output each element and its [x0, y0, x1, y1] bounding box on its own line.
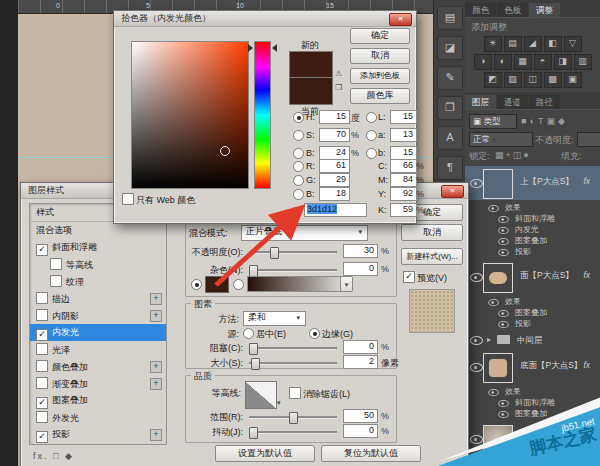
size-field[interactable]: 2 [343, 355, 378, 369]
hue-pointer-left-icon[interactable] [248, 44, 253, 52]
lab-b-radio[interactable] [366, 148, 377, 159]
layer-thumbnail[interactable] [483, 169, 513, 199]
l-field[interactable]: 15 [390, 110, 417, 124]
hue-slider[interactable] [254, 41, 271, 189]
ok-button[interactable]: 确定 [350, 28, 410, 44]
tab-layers[interactable]: 图层 [465, 95, 496, 109]
properties-panel-icon[interactable]: ◪ [437, 36, 463, 60]
effect-row[interactable]: 斜面和浮雕 [465, 213, 600, 224]
slider-handle[interactable] [251, 358, 260, 370]
antialias-checkbox[interactable] [289, 387, 301, 399]
layer-thumbnail[interactable] [483, 353, 513, 383]
adjustment-icon-brightness-contrast[interactable]: ☀ [484, 36, 502, 52]
effect-row[interactable]: 投影 [465, 246, 600, 257]
chevron-down-icon[interactable]: ▾ [277, 399, 281, 407]
s-field[interactable]: 70 [319, 128, 350, 142]
b2-field[interactable]: 18 [319, 187, 350, 201]
tab-color[interactable]: 颜色 [465, 3, 496, 17]
source-edge-radio[interactable] [309, 328, 320, 339]
style-item-inner-shadow[interactable]: 内阴影+ [30, 307, 166, 324]
g-field[interactable]: 29 [319, 173, 350, 187]
size-slider[interactable] [249, 362, 337, 365]
style-item-contour[interactable]: 等高线 [30, 256, 166, 273]
visibility-eye-icon[interactable] [488, 299, 498, 306]
layer-row-face[interactable]: 面【P大点S】 fx [465, 260, 600, 294]
effects-header-row[interactable]: 效果 [465, 202, 600, 213]
web-color-cube-icon[interactable]: ❒ [335, 83, 342, 92]
source-center-radio[interactable] [243, 328, 254, 339]
checkbox[interactable] [50, 275, 62, 287]
layer-blend-mode-dropdown[interactable]: 正常 ▾ [469, 132, 533, 147]
visibility-eye-icon[interactable] [470, 435, 483, 444]
layer-thumbnail[interactable] [483, 263, 513, 293]
checkbox[interactable] [36, 309, 48, 321]
visibility-eye-icon[interactable] [498, 249, 508, 256]
set-default-button[interactable]: 设置为默认值 [215, 445, 315, 462]
effects-header-row[interactable]: 效果 [465, 296, 600, 307]
color-radio[interactable] [191, 279, 202, 290]
g-radio[interactable] [293, 175, 304, 186]
add-to-swatches-button[interactable]: 添加到色板 [350, 68, 410, 84]
s-radio[interactable] [293, 130, 304, 141]
fx-badge[interactable]: fx [583, 360, 590, 370]
lab-b-field[interactable]: 15 [390, 146, 417, 160]
y-field[interactable]: 92 [390, 187, 417, 201]
opacity-slider[interactable] [249, 251, 337, 254]
b-field[interactable]: 24 [319, 146, 350, 160]
c-field[interactable]: 66 [390, 159, 417, 173]
style-item-pattern-overlay[interactable]: ✓图案叠加 [30, 392, 166, 409]
noise-slider[interactable] [249, 269, 337, 272]
tab-swatches[interactable]: 色板 [497, 3, 528, 17]
r-field[interactable]: 61 [319, 159, 350, 173]
visibility-eye-icon[interactable] [498, 310, 508, 317]
layer-opacity-dropdown[interactable] [577, 132, 600, 147]
cancel-button[interactable]: 取消 [350, 48, 410, 64]
adjustment-icon-hue-saturation[interactable]: ◑ [474, 54, 492, 70]
plus-icon[interactable]: + [150, 293, 162, 305]
filter-shape-icon[interactable]: ▣ [546, 116, 558, 126]
effect-row[interactable]: 图案叠加 [465, 307, 600, 318]
color-field-cursor[interactable] [220, 146, 230, 156]
checkbox[interactable] [36, 292, 48, 304]
h-field[interactable]: 15 [319, 110, 350, 124]
tab-paths[interactable]: 路径 [529, 95, 560, 109]
tab-channels[interactable]: 通道 [497, 95, 528, 109]
h-radio[interactable] [293, 112, 304, 123]
style-item-inner-glow[interactable]: ✓内发光 [30, 324, 166, 341]
layer-filter-dropdown[interactable]: ▣ 类型 [469, 114, 517, 129]
a-field[interactable]: 13 [390, 128, 417, 142]
jitter-slider[interactable] [249, 431, 337, 434]
paragraph-panel-icon[interactable]: ¶ [437, 156, 463, 180]
new-style-button[interactable]: 新建样式(W)... [401, 248, 463, 265]
history-panel-icon[interactable]: ▤ [437, 6, 463, 30]
lock-position-icon[interactable]: ◫ [513, 150, 524, 160]
web-only-checkbox[interactable] [122, 193, 134, 205]
gamut-warning-icon[interactable]: ⚠ [335, 69, 342, 78]
effect-row[interactable]: 投影 [465, 318, 600, 329]
fx-badge[interactable]: fx [583, 176, 590, 186]
cancel-button[interactable]: 取消 [401, 224, 463, 241]
visibility-eye-icon[interactable] [498, 238, 508, 245]
style-item-bevel-emboss[interactable]: ✓斜面和浮雕 [30, 239, 166, 256]
blend-mode-dropdown[interactable]: 正片叠底▾ [241, 225, 368, 241]
adjustment-icon-selective-color[interactable]: ▣ [564, 72, 582, 88]
slider-handle[interactable] [270, 247, 279, 259]
effect-row[interactable]: 斜面和浮雕 [465, 397, 600, 408]
layer-row-top[interactable]: 上【P大点S】 fx [465, 166, 600, 200]
checkbox[interactable] [36, 360, 48, 372]
styles-footer-icons[interactable]: fx. □ ◆ [33, 451, 74, 461]
range-field[interactable]: 50 [343, 409, 378, 423]
layer-filter-icons[interactable]: ■◐T▣◆ [521, 116, 568, 126]
style-item-color-overlay[interactable]: 颜色叠加+ [30, 358, 166, 375]
glow-color-swatch[interactable] [205, 276, 229, 293]
m-field[interactable]: 84 [390, 173, 417, 187]
adjustment-icon-color-balance[interactable]: ◐ [494, 54, 512, 70]
effect-row[interactable]: 图案叠加 [465, 408, 600, 419]
range-slider[interactable] [249, 416, 337, 419]
noise-field[interactable]: 0 [343, 262, 378, 276]
visibility-eye-icon[interactable] [488, 205, 498, 212]
gradient-caret-button[interactable]: ▾ [340, 276, 353, 292]
lock-icons[interactable]: ▦+◫● [495, 150, 531, 160]
lock-transparency-icon[interactable]: ▦ [495, 150, 506, 160]
adjustment-icon-photo-filter[interactable]: ◓ [534, 54, 552, 70]
